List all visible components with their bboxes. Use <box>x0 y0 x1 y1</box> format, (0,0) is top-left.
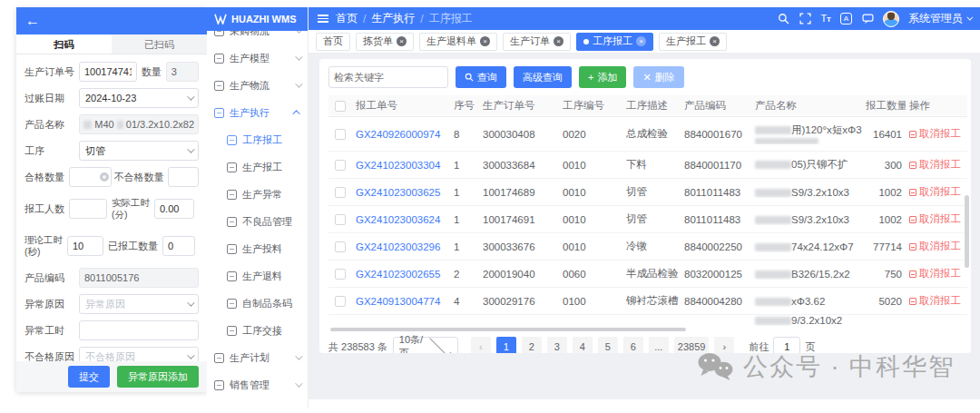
active-dot-icon <box>583 39 589 44</box>
row-checkbox[interactable] <box>335 296 346 307</box>
abnormal-reason-select[interactable]: 异常原因 <box>79 294 199 314</box>
close-icon[interactable]: × <box>554 36 564 46</box>
breadcrumb-item[interactable]: 生产执行 <box>371 11 415 26</box>
tab-拣货单[interactable]: 拣货单× <box>356 33 414 51</box>
tab-生产订单[interactable]: 生产订单× <box>503 33 571 51</box>
workorder-link[interactable]: GX241023003625 <box>356 187 440 198</box>
page-button[interactable]: 5 <box>598 337 618 353</box>
add-button[interactable]: + 添加 <box>579 66 626 88</box>
close-icon[interactable]: × <box>636 36 646 46</box>
delete-button[interactable]: ✕ 删除 <box>633 66 683 88</box>
tab-生产报工[interactable]: 生产报工× <box>659 33 727 51</box>
product-code-input[interactable] <box>79 268 199 288</box>
horizontal-scrollbar[interactable] <box>330 328 686 331</box>
row-checkbox[interactable] <box>335 160 346 171</box>
page-button[interactable]: 1 <box>496 337 516 353</box>
menu-toggle-icon[interactable] <box>318 15 328 23</box>
cancel-icon <box>909 216 916 223</box>
sidebar-item-生产异常[interactable]: 生产异常 <box>207 181 308 208</box>
sidebar-item-label: 自制品条码 <box>242 297 300 310</box>
tab-生产退料单[interactable]: 生产退料单× <box>419 33 497 51</box>
advanced-query-button[interactable]: 高级查询 <box>514 66 572 88</box>
actual-hours-label: 实际工时(分) <box>112 197 150 221</box>
cancel-report-button[interactable]: 取消报工 <box>919 159 961 170</box>
close-icon[interactable]: × <box>397 36 407 46</box>
post-date-select[interactable]: 2024-10-23 <box>79 88 199 108</box>
cancel-report-button[interactable]: 取消报工 <box>919 213 961 224</box>
translate-icon[interactable]: A <box>840 13 852 25</box>
submit-button[interactable]: 提交 <box>68 366 110 388</box>
sidebar-item-销售管理[interactable]: 销售管理 <box>207 371 308 398</box>
sidebar-item-工序交接[interactable]: 工序交接 <box>207 317 308 344</box>
query-button[interactable]: 查询 <box>456 66 506 88</box>
close-icon[interactable]: × <box>710 36 720 46</box>
add-abnormal-reason-button[interactable]: 异常原因添加 <box>117 366 199 388</box>
tab-工序报工[interactable]: 工序报工× <box>576 33 653 51</box>
tab-scanned[interactable]: 已扫码 <box>112 34 207 54</box>
row-checkbox[interactable] <box>335 187 346 198</box>
back-arrow-icon[interactable]: ← <box>25 13 40 29</box>
chevron-down-icon <box>295 80 302 87</box>
cancel-report-button[interactable]: 取消报工 <box>919 295 961 306</box>
workorder-link[interactable]: GX241023003304 <box>356 160 440 171</box>
theory-hours-input[interactable] <box>67 236 103 256</box>
sidebar-item-自制品条码[interactable]: 自制品条码 <box>207 290 308 317</box>
workorder-link[interactable]: GX241023003296 <box>356 241 440 252</box>
workorder-link[interactable]: GX241023002655 <box>356 269 440 280</box>
reported-qty-input[interactable] <box>162 236 195 256</box>
page-button[interactable]: 2 <box>522 337 542 353</box>
select-all-checkbox[interactable] <box>335 101 346 112</box>
process-select[interactable]: 切管 <box>79 141 199 161</box>
row-checkbox[interactable] <box>335 129 346 140</box>
process-code-cell: 0010 <box>559 241 622 252</box>
action-cell: 取消报工 <box>906 294 967 308</box>
tab-scan[interactable]: 扫码 <box>16 34 112 54</box>
breadcrumb-item[interactable]: 工序报工 <box>429 11 473 26</box>
tab-首页[interactable]: 首页 <box>316 33 350 51</box>
sidebar-item-生产报工[interactable]: 生产报工 <box>207 153 308 181</box>
page-button[interactable]: 6 <box>623 337 643 353</box>
chevron-down-icon <box>430 335 452 353</box>
sidebar-item-不良品管理[interactable]: 不良品管理 <box>207 208 308 235</box>
page-size-select[interactable]: 10条/页 <box>393 337 458 353</box>
actual-hours-input[interactable] <box>154 199 194 219</box>
page-button[interactable]: 4 <box>573 337 593 353</box>
sidebar-item-工序报工[interactable]: 工序报工 <box>207 126 308 153</box>
cancel-report-button[interactable]: 取消报工 <box>919 268 961 279</box>
workers-input[interactable] <box>69 199 107 219</box>
sidebar-item-生产物流[interactable]: 生产物流 <box>207 72 308 99</box>
font-size-icon[interactable]: TT <box>820 14 831 24</box>
breadcrumb-item[interactable]: 首页 <box>336 11 358 26</box>
sidebar-item-生产计划[interactable]: 生产计划 <box>207 344 308 371</box>
cancel-report-button[interactable]: 取消报工 <box>919 241 961 251</box>
row-checkbox[interactable] <box>335 269 346 280</box>
cancel-report-button[interactable]: 取消报工 <box>919 128 961 139</box>
search-icon[interactable] <box>777 13 789 25</box>
order-no-input[interactable] <box>79 62 137 82</box>
message-icon[interactable] <box>861 13 874 25</box>
fullscreen-icon[interactable] <box>799 13 811 25</box>
report-no-cell: GX241023003296 <box>352 241 450 252</box>
qty-input[interactable] <box>166 62 199 82</box>
abnormal-hours-input[interactable] <box>79 320 199 340</box>
cancel-report-button[interactable]: 取消报工 <box>919 186 961 197</box>
vertical-scrollbar[interactable] <box>965 195 969 268</box>
workorder-link[interactable]: GX240913004774 <box>356 296 440 307</box>
sidebar-item-生产退料[interactable]: 生产退料 <box>207 262 308 290</box>
prev-page-button[interactable]: ‹ <box>471 337 491 353</box>
workorder-link[interactable]: GX241023003624 <box>356 214 440 225</box>
page-button[interactable]: 3 <box>547 337 567 353</box>
close-icon[interactable]: × <box>480 36 490 46</box>
user-avatar[interactable] <box>883 11 899 27</box>
row-checkbox[interactable] <box>335 241 346 252</box>
sidebar-item-生产执行[interactable]: 生产执行 <box>207 99 308 126</box>
sidebar-item-生产模型[interactable]: 生产模型 <box>207 44 308 72</box>
keyword-search-input[interactable] <box>328 66 448 88</box>
row-checkbox[interactable] <box>335 214 346 225</box>
workorder-link[interactable]: GX240926000974 <box>356 129 440 140</box>
sidebar-item-生产投料[interactable]: 生产投料 <box>207 235 308 262</box>
user-menu[interactable]: 系统管理员 <box>908 11 971 26</box>
defect-icon <box>227 217 237 227</box>
unqualified-qty-input[interactable] <box>168 167 199 187</box>
more-pages-button[interactable]: ... <box>649 337 669 353</box>
